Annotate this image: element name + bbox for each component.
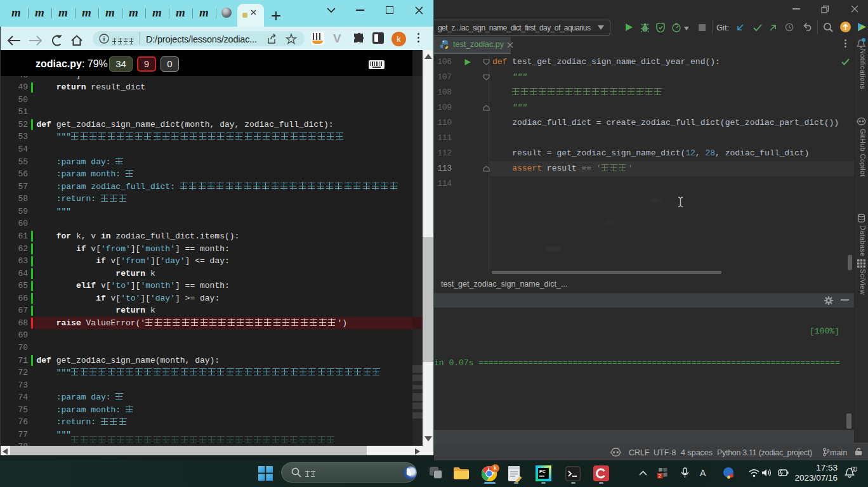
svg-text:PC: PC (539, 469, 546, 474)
svg-text:2: 2 (659, 473, 661, 479)
